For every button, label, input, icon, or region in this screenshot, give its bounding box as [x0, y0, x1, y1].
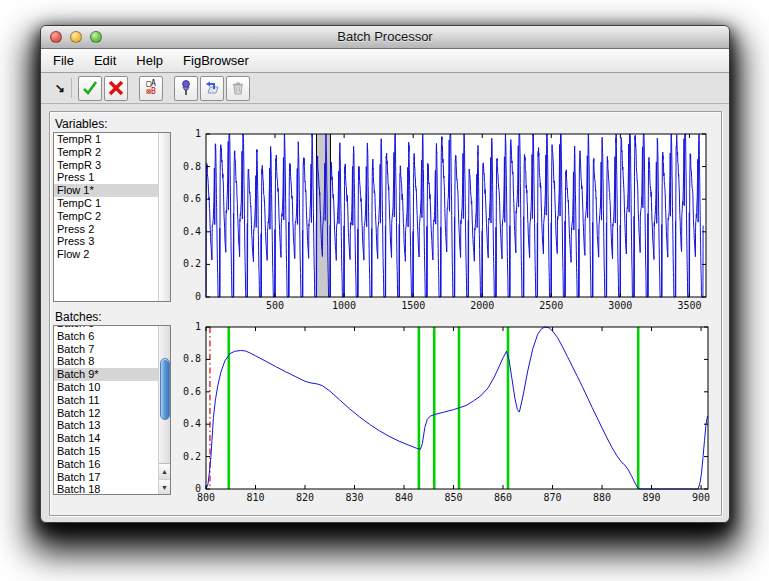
toolbar-separator: [71, 78, 72, 98]
list-item[interactable]: Batch 13: [54, 419, 158, 432]
check-icon: [81, 79, 99, 97]
batches-label: Batches:: [55, 310, 102, 324]
list-item[interactable]: Batch 7: [54, 343, 158, 356]
swap-figure-button[interactable]: [200, 76, 224, 101]
pin-button[interactable]: [174, 76, 198, 101]
scroll-down-button[interactable]: ▼: [159, 480, 170, 495]
svg-text:0.4: 0.4: [183, 226, 201, 237]
variables-listbox[interactable]: TempR 1TempR 2TempR 3Press 1Flow 1*TempC…: [53, 132, 171, 302]
svg-text:0: 0: [195, 291, 201, 302]
batch-profile-plot[interactable]: 80081082083084085086087088089090000.20.4…: [181, 309, 729, 511]
svg-text:890: 890: [643, 492, 661, 503]
scrollbar-thumb[interactable]: [160, 358, 170, 420]
svg-text:840: 840: [395, 492, 413, 503]
svg-text:0.8: 0.8: [183, 353, 201, 364]
list-item[interactable]: Press 2: [54, 223, 158, 236]
cancel-button[interactable]: [104, 76, 128, 101]
title-bar[interactable]: Batch Processor: [41, 26, 729, 49]
svg-text:860: 860: [494, 492, 512, 503]
svg-text:850: 850: [445, 492, 463, 503]
svg-text:0.2: 0.2: [183, 451, 201, 462]
list-item[interactable]: Batch 16: [54, 458, 158, 471]
svg-text:810: 810: [246, 492, 264, 503]
list-item[interactable]: Batch 11: [54, 394, 158, 407]
svg-text:1: 1: [195, 128, 201, 139]
svg-text:870: 870: [544, 492, 562, 503]
swap-arrow-icon: [203, 79, 221, 97]
list-item[interactable]: Batch 9*: [54, 368, 158, 381]
trash-icon: [229, 79, 247, 97]
list-item[interactable]: Batch 14: [54, 432, 158, 445]
x-icon: [107, 79, 125, 97]
menu-help[interactable]: Help: [136, 53, 163, 68]
svg-text:900: 900: [692, 492, 710, 503]
variables-list: TempR 1TempR 2TempR 3Press 1Flow 1*TempC…: [54, 133, 158, 301]
screenshot-canvas: { "window": { "title": "Batch Processor"…: [0, 0, 769, 581]
list-item[interactable]: TempR 1: [54, 133, 158, 146]
batches-listbox[interactable]: Batch 5Batch 6Batch 7Batch 8Batch 9*Batc…: [53, 325, 171, 495]
full-signal-plot[interactable]: 50010001500200025003000350000.20.40.60.8…: [181, 116, 726, 318]
toolbar: ↘ □A ⊠B: [41, 73, 729, 104]
batches-list: Batch 5Batch 6Batch 7Batch 8Batch 9*Batc…: [54, 325, 158, 494]
svg-text:0: 0: [195, 483, 201, 494]
svg-text:0.4: 0.4: [183, 418, 201, 429]
scroll-up-button[interactable]: ▲: [159, 464, 170, 480]
batch-processor-window: Batch Processor File Edit Help FigBrowse…: [40, 25, 730, 523]
svg-text:0.6: 0.6: [183, 386, 201, 397]
delete-button[interactable]: [226, 76, 250, 101]
list-item[interactable]: Batch 15: [54, 445, 158, 458]
svg-text:820: 820: [296, 492, 314, 503]
window-title: Batch Processor: [41, 29, 729, 44]
svg-text:830: 830: [345, 492, 363, 503]
apply-button[interactable]: [78, 76, 102, 101]
list-item[interactable]: Batch 18: [54, 483, 158, 494]
ab-compare-button[interactable]: □A ⊠B: [139, 76, 163, 101]
svg-text:880: 880: [593, 492, 611, 503]
menu-file[interactable]: File: [53, 53, 74, 68]
ab-checkbox-icon: □A ⊠B: [146, 80, 156, 96]
menu-bar: File Edit Help FigBrowser: [41, 49, 729, 73]
list-item[interactable]: TempR 2: [54, 146, 158, 159]
menu-edit[interactable]: Edit: [94, 53, 116, 68]
list-item[interactable]: Press 1: [54, 171, 158, 184]
list-item[interactable]: Batch 17: [54, 471, 158, 484]
list-item[interactable]: TempR 3: [54, 159, 158, 172]
menu-figbrowser[interactable]: FigBrowser: [183, 53, 249, 68]
list-item[interactable]: Flow 1*: [54, 184, 158, 197]
svg-text:1: 1: [195, 321, 201, 332]
variables-scrollbar[interactable]: [158, 133, 170, 301]
collapse-arrow-icon[interactable]: ↘: [51, 81, 69, 95]
svg-text:0.8: 0.8: [183, 161, 201, 172]
list-item[interactable]: Flow 2: [54, 248, 158, 261]
svg-text:0.6: 0.6: [183, 193, 201, 204]
pushpin-icon: [177, 79, 195, 97]
svg-text:0.2: 0.2: [183, 258, 201, 269]
list-item[interactable]: TempC 1: [54, 197, 158, 210]
list-item[interactable]: Press 3: [54, 235, 158, 248]
list-item[interactable]: Batch 12: [54, 407, 158, 420]
list-item[interactable]: TempC 2: [54, 210, 158, 223]
variables-label: Variables:: [55, 117, 107, 131]
list-item[interactable]: Batch 8: [54, 355, 158, 368]
list-item[interactable]: Batch 6: [54, 330, 158, 343]
batches-scrollbar[interactable]: ▲ ▼: [158, 326, 170, 494]
list-item[interactable]: Batch 10: [54, 381, 158, 394]
